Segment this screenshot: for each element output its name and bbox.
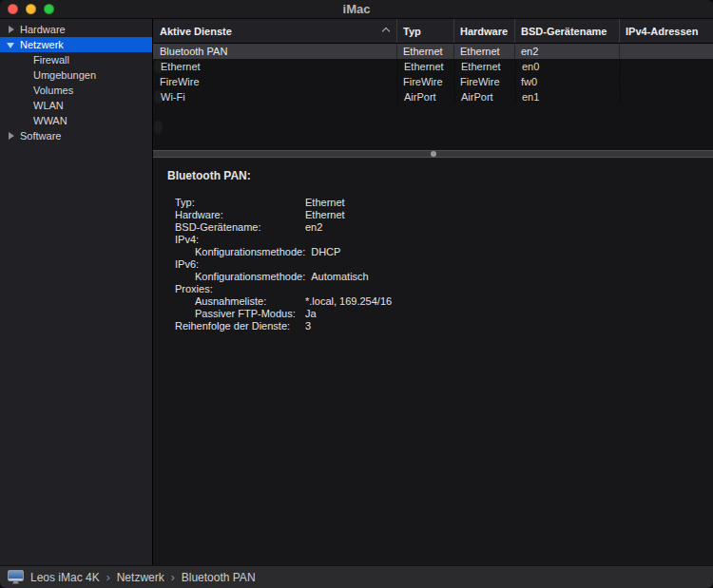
detail-value: Automatisch bbox=[311, 271, 369, 283]
zoom-button[interactable] bbox=[44, 4, 54, 14]
table-empty-row bbox=[153, 104, 713, 120]
detail-row: BSD-Gerätename: en2 bbox=[167, 221, 699, 234]
disclosure-triangle-icon[interactable] bbox=[7, 26, 20, 33]
detail-row: Konfigurationsmethode: DHCP bbox=[167, 246, 699, 258]
sidebar-item-software[interactable]: Software bbox=[0, 128, 152, 143]
sidebar-item-label: Firewall bbox=[33, 54, 69, 66]
breadcrumb-section: Netzwerk bbox=[117, 571, 164, 584]
detail-label: Typ: bbox=[175, 197, 305, 209]
column-header-hardware[interactable]: Hardware bbox=[454, 19, 515, 43]
titlebar[interactable]: iMac bbox=[0, 0, 713, 19]
detail-label: Passiver FTP-Modus: bbox=[195, 308, 305, 320]
imac-computer-icon bbox=[8, 570, 24, 584]
detail-value: Ja bbox=[305, 308, 317, 320]
table-empty-row bbox=[153, 135, 713, 150]
cell-hardware: Ethernet bbox=[454, 44, 515, 59]
breadcrumb-computer: Leos iMac 4K bbox=[30, 571, 100, 584]
detail-value: Ethernet bbox=[305, 209, 345, 221]
status-bar: Leos iMac 4K › Netzwerk › Bluetooth PAN bbox=[0, 565, 713, 588]
cell-bsd: fw0 bbox=[515, 74, 620, 89]
table-row-ethernet[interactable]: Ethernet Ethernet Ethernet en0 bbox=[153, 59, 164, 74]
detail-row: Konfigurationsmethode: Automatisch bbox=[167, 271, 699, 283]
system-information-window: iMac Hardware Netzwerk Firewall Umgebung… bbox=[0, 0, 713, 588]
table-row-firewire[interactable]: FireWire FireWire FireWire fw0 bbox=[153, 74, 713, 89]
sidebar-item-label: Umgebungen bbox=[33, 69, 96, 81]
sidebar: Hardware Netzwerk Firewall Umgebungen Vo… bbox=[0, 19, 153, 565]
sidebar-item-wlan[interactable]: WLAN bbox=[0, 98, 152, 113]
detail-value: DHCP bbox=[311, 246, 340, 258]
minimize-button[interactable] bbox=[26, 4, 36, 14]
table-empty-row bbox=[153, 120, 164, 135]
cell-typ: Ethernet bbox=[397, 44, 454, 59]
cell-typ: FireWire bbox=[397, 74, 454, 89]
cell-bsd: en0 bbox=[516, 60, 621, 73]
splitter-handle[interactable] bbox=[431, 151, 436, 157]
detail-row: Passiver FTP-Modus: Ja bbox=[167, 308, 699, 320]
cell-ipv4 bbox=[621, 60, 626, 73]
column-header-aktive-dienste[interactable]: Aktive Dienste bbox=[153, 19, 397, 43]
content-pane: Aktive Dienste Typ Hardware BSD-Gerätena… bbox=[153, 19, 713, 565]
detail-row: Ausnahmeliste: *.local, 169.254/16 bbox=[167, 295, 699, 308]
detail-row: Reihenfolge der Dienste: 3 bbox=[167, 320, 699, 332]
disclosure-triangle-icon[interactable] bbox=[7, 132, 20, 140]
column-header-typ[interactable]: Typ bbox=[397, 19, 454, 43]
sidebar-item-volumes[interactable]: Volumes bbox=[0, 83, 152, 98]
cell-hardware: Ethernet bbox=[455, 60, 516, 73]
detail-value: Ethernet bbox=[305, 197, 345, 209]
detail-value: en2 bbox=[305, 221, 322, 234]
disclosure-triangle-icon[interactable] bbox=[7, 42, 20, 48]
detail-pane: Bluetooth PAN: Typ: Ethernet Hardware: E… bbox=[153, 158, 713, 565]
table-row-wifi[interactable]: Wi-Fi AirPort AirPort en1 192.168.0. bbox=[153, 89, 164, 104]
window-title: iMac bbox=[0, 2, 713, 16]
sidebar-item-hardware[interactable]: Hardware bbox=[0, 22, 152, 37]
detail-label: Ausnahmeliste: bbox=[195, 295, 305, 308]
sidebar-item-umgebungen[interactable]: Umgebungen bbox=[0, 67, 152, 83]
close-button[interactable] bbox=[8, 4, 18, 14]
detail-row: Hardware: Ethernet bbox=[167, 209, 699, 221]
cell-service: Wi-Fi bbox=[154, 90, 398, 104]
cell-service: Ethernet bbox=[154, 60, 398, 73]
column-header-bsd-geraetename[interactable]: BSD-Gerätename bbox=[515, 19, 620, 43]
column-header-ipv4-adressen[interactable]: IPv4-Adressen bbox=[620, 19, 713, 43]
detail-label: Konfigurationsmethode: bbox=[195, 271, 311, 283]
sidebar-item-netzwerk[interactable]: Netzwerk bbox=[0, 37, 152, 52]
sidebar-item-firewall[interactable]: Firewall bbox=[0, 52, 152, 67]
sidebar-item-label: Hardware bbox=[20, 24, 66, 35]
table-row-bluetooth-pan[interactable]: Bluetooth PAN Ethernet Ethernet en2 bbox=[153, 44, 713, 59]
cell-typ: AirPort bbox=[398, 90, 455, 104]
sidebar-item-label: Volumes bbox=[33, 85, 73, 96]
table-header: Aktive Dienste Typ Hardware BSD-Gerätena… bbox=[153, 19, 713, 44]
cell-ipv4 bbox=[620, 74, 713, 89]
detail-label: Reihenfolge der Dienste: bbox=[175, 320, 305, 332]
cell-bsd: en2 bbox=[515, 44, 620, 59]
detail-label: BSD-Gerätename: bbox=[175, 221, 305, 234]
cell-hardware: FireWire bbox=[454, 74, 515, 89]
cell-typ: Ethernet bbox=[398, 60, 455, 73]
horizontal-splitter[interactable] bbox=[153, 150, 713, 158]
detail-title: Bluetooth PAN: bbox=[167, 169, 699, 182]
cell-service: FireWire bbox=[153, 74, 397, 89]
detail-row: Typ: Ethernet bbox=[167, 197, 699, 209]
sidebar-item-label: WLAN bbox=[33, 100, 64, 111]
sort-ascending-icon bbox=[382, 28, 390, 35]
breadcrumb-separator: › bbox=[171, 571, 175, 584]
detail-label: Proxies: bbox=[175, 283, 305, 295]
sidebar-item-label: Netzwerk bbox=[20, 39, 64, 50]
detail-row: IPv4: bbox=[167, 234, 699, 246]
detail-label: IPv6: bbox=[175, 258, 305, 271]
detail-label: IPv4: bbox=[175, 234, 305, 246]
breadcrumb-separator: › bbox=[106, 571, 110, 584]
cell-hardware: AirPort bbox=[455, 90, 516, 104]
detail-value: 3 bbox=[305, 320, 311, 332]
detail-value: *.local, 169.254/16 bbox=[305, 295, 392, 308]
window-controls bbox=[8, 4, 54, 14]
detail-row: IPv6: bbox=[167, 258, 699, 271]
breadcrumb-item: Bluetooth PAN bbox=[182, 571, 256, 584]
sidebar-item-label: WWAN bbox=[33, 115, 67, 126]
cell-bsd: en1 bbox=[516, 90, 621, 104]
cell-ipv4 bbox=[620, 44, 713, 59]
sidebar-item-wwan[interactable]: WWAN bbox=[0, 113, 152, 128]
detail-label: Konfigurationsmethode: bbox=[195, 246, 311, 258]
cell-service: Bluetooth PAN bbox=[153, 44, 397, 59]
cell-ipv4: 192.168.0. bbox=[621, 90, 626, 104]
